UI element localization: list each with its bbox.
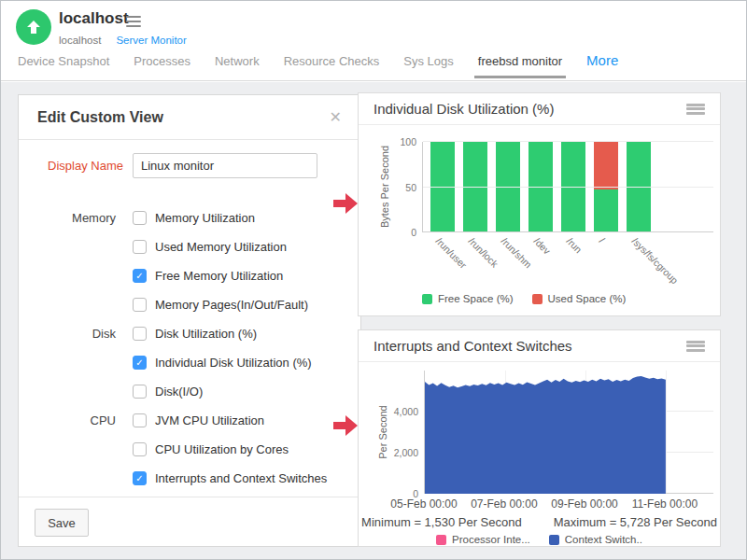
x-axis-labels: 05-Feb 00:0007-Feb 00:0009-Feb 00:0011-F… bbox=[424, 497, 713, 511]
legend-free-space[interactable]: Free Space (%) bbox=[422, 293, 514, 304]
checkbox-memory-utilization[interactable] bbox=[133, 211, 147, 225]
area-plot bbox=[424, 371, 713, 494]
checkbox-row: Memory Pages(In/Out/Fault) bbox=[19, 290, 360, 319]
checkbox-memory-pages[interactable] bbox=[133, 298, 147, 312]
legend-swatch-blue bbox=[549, 535, 559, 545]
stacked-bar-plot bbox=[422, 142, 713, 232]
checkbox-used-memory-utilization[interactable] bbox=[133, 240, 147, 254]
context-switches-area-series bbox=[425, 376, 666, 494]
main-content: Edit Custom View ✕ Display Name MemoryMe… bbox=[1, 82, 747, 560]
page-title: localhost bbox=[59, 9, 129, 28]
checkbox-row: ✓Individual Disk Utilization (%) bbox=[19, 348, 360, 377]
checkbox-disk-utilization[interactable] bbox=[133, 327, 147, 341]
breadcrumb: localhost Server Monitor bbox=[59, 35, 187, 46]
chart-title: Interrupts and Context Switches bbox=[374, 338, 572, 354]
checkbox-row: DiskDisk Utilization (%) bbox=[19, 319, 360, 348]
x-axis-labels: /run/user/run/lock/run/shm/dev/run//sys/… bbox=[422, 235, 713, 293]
edit-custom-view-dialog: Edit Custom View ✕ Display Name MemoryMe… bbox=[18, 94, 361, 547]
checkbox-label: Interrupts and Context Switches bbox=[155, 471, 327, 485]
tab-network[interactable]: Network bbox=[215, 54, 260, 80]
group-label-disk: Disk bbox=[19, 327, 133, 341]
metric-checkbox-list: MemoryMemory Utilization Used Memory Uti… bbox=[19, 203, 360, 493]
chart-card-header: Individual Disk Utilization (%) bbox=[359, 93, 720, 125]
up-arrow-icon bbox=[24, 18, 43, 36]
chart-card-header: Interrupts and Context Switches bbox=[359, 330, 720, 362]
checkbox-individual-disk-utilization[interactable]: ✓ bbox=[133, 356, 147, 370]
checkbox-label: JVM CPU Utilization bbox=[155, 413, 264, 427]
checkbox-label: Free Memory Utilization bbox=[155, 269, 283, 283]
dialog-title: Edit Custom View bbox=[37, 109, 163, 126]
minimum-value: Minimum = 1,530 Per Second bbox=[361, 515, 522, 529]
hamburger-menu-icon[interactable] bbox=[126, 16, 141, 27]
legend-swatch-red bbox=[532, 294, 543, 304]
chart-menu-icon[interactable] bbox=[686, 104, 705, 115]
checkbox-label: CPU Utilization by Cores bbox=[155, 442, 289, 456]
dialog-footer: Save bbox=[19, 497, 360, 546]
chart-legend: Processor Inte... Context Switch.. bbox=[359, 534, 720, 545]
checkbox-label: Disk Utilization (%) bbox=[155, 327, 257, 341]
arrow-to-interrupts-chart-icon bbox=[333, 415, 358, 436]
checkbox-row: CPU Utilization by Cores bbox=[19, 435, 360, 464]
arrow-to-disk-chart-icon bbox=[333, 193, 358, 214]
legend-processor-interrupts[interactable]: Processor Inte... bbox=[436, 534, 530, 545]
min-max-summary: Minimum = 1,530 Per Second Maximum = 5,7… bbox=[359, 515, 720, 529]
tab-processes[interactable]: Processes bbox=[134, 54, 190, 80]
checkbox-label: Used Memory Utilization bbox=[155, 240, 287, 254]
display-name-input[interactable] bbox=[133, 153, 317, 178]
tab-freebsd-monitor[interactable]: freebsd monitor bbox=[478, 54, 562, 80]
interrupts-chart-card: Interrupts and Context Switches Per Seco… bbox=[358, 329, 721, 547]
checkbox-label: Memory Pages(In/Out/Fault) bbox=[155, 298, 308, 312]
legend-label: Used Space (%) bbox=[548, 293, 627, 304]
group-label-cpu: CPU bbox=[19, 413, 133, 427]
tab-sys-logs[interactable]: Sys Logs bbox=[403, 54, 453, 80]
checkbox-row: Used Memory Utilization bbox=[19, 232, 360, 261]
checkbox-disk-io[interactable] bbox=[133, 385, 147, 399]
legend-used-space[interactable]: Used Space (%) bbox=[532, 293, 627, 304]
chart-legend: Free Space (%) Used Space (%) bbox=[422, 293, 626, 304]
checkbox-label: Memory Utilization bbox=[155, 211, 255, 225]
checkbox-label: Individual Disk Utilization (%) bbox=[155, 356, 312, 370]
tab-device-snapshot[interactable]: Device Snapshot bbox=[18, 54, 109, 80]
checkbox-interrupts-context-switches[interactable]: ✓ bbox=[133, 471, 147, 485]
save-button[interactable]: Save bbox=[35, 509, 89, 537]
legend-label: Context Switch.. bbox=[565, 534, 642, 545]
legend-context-switches[interactable]: Context Switch.. bbox=[549, 534, 642, 545]
chart-menu-icon[interactable] bbox=[686, 341, 705, 352]
tab-bar: Device Snapshot Processes Network Resour… bbox=[18, 52, 618, 80]
legend-swatch-green bbox=[422, 294, 432, 304]
monitor-status-icon bbox=[16, 9, 51, 45]
checkbox-row: MemoryMemory Utilization bbox=[19, 203, 360, 232]
app-window: localhost localhost Server Monitor Devic… bbox=[0, 0, 747, 560]
disk-utilization-chart-card: Individual Disk Utilization (%) Bytes Pe… bbox=[358, 92, 721, 316]
checkbox-row: ✓Free Memory Utilization bbox=[19, 261, 360, 290]
breadcrumb-server-monitor-link[interactable]: Server Monitor bbox=[116, 35, 186, 46]
checkbox-free-memory-utilization[interactable]: ✓ bbox=[133, 269, 147, 283]
legend-label: Free Space (%) bbox=[438, 293, 514, 304]
maximum-value: Maximum = 5,728 Per Second bbox=[554, 515, 717, 529]
checkbox-row: ✓Interrupts and Context Switches bbox=[19, 464, 360, 493]
checkbox-cpu-utilization-by-cores[interactable] bbox=[133, 442, 147, 456]
dialog-header: Edit Custom View ✕ bbox=[19, 95, 360, 140]
group-label-memory: Memory bbox=[19, 211, 133, 225]
checkbox-row: CPUJVM CPU Utilization bbox=[19, 406, 360, 435]
checkbox-label: Disk(I/O) bbox=[155, 385, 203, 399]
tab-more[interactable]: More bbox=[586, 52, 618, 80]
checkbox-jvm-cpu-utilization[interactable] bbox=[133, 413, 147, 427]
tab-resource-checks[interactable]: Resource Checks bbox=[284, 54, 380, 80]
display-name-row: Display Name bbox=[19, 153, 360, 178]
close-icon[interactable]: ✕ bbox=[330, 108, 342, 126]
breadcrumb-host: localhost bbox=[59, 35, 101, 46]
legend-label: Processor Inte... bbox=[452, 534, 530, 545]
display-name-label: Display Name bbox=[19, 159, 133, 173]
chart-title: Individual Disk Utilization (%) bbox=[374, 101, 554, 117]
page-header: localhost localhost Server Monitor Devic… bbox=[1, 1, 746, 81]
legend-swatch-pink bbox=[436, 535, 446, 545]
checkbox-row: Disk(I/O) bbox=[19, 377, 360, 406]
